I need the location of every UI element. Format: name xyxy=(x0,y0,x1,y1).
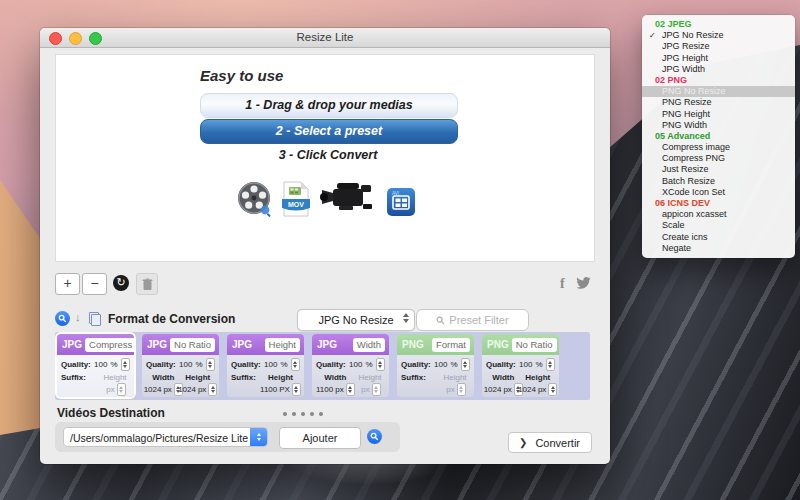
menu-item-label: Compress PNG xyxy=(662,153,725,163)
menu-item-label: JPG Resize xyxy=(662,41,710,51)
page-dot[interactable] xyxy=(292,412,296,416)
menu-item[interactable]: 02 JPEG xyxy=(642,19,795,30)
menu-item-label: PNG Width xyxy=(662,120,707,130)
duplicate-preset-icon[interactable] xyxy=(89,312,100,324)
video-camera-icon xyxy=(319,177,377,221)
preset-card-body: Quality: 100 % Suffix:Heightpx xyxy=(57,355,134,396)
preset-field: Heightpx xyxy=(100,373,130,396)
menu-item-label: XCode Icon Set xyxy=(662,187,725,197)
search-presets-icon[interactable] xyxy=(55,311,70,326)
field-stepper[interactable] xyxy=(117,383,126,396)
quality-stepper[interactable] xyxy=(291,358,300,371)
step-3-text: 3 - Click Convert xyxy=(200,148,456,162)
preset-category-dropdown[interactable]: JPG No Resize xyxy=(297,309,415,331)
quality-unit: % xyxy=(366,360,373,369)
preset-card-body: Quality: 100 % Width1024pxHeight1024px xyxy=(482,355,559,396)
facebook-icon[interactable]: f xyxy=(560,276,565,292)
convert-circle-icon[interactable]: ↻ xyxy=(113,275,129,291)
quality-stepper[interactable] xyxy=(461,358,470,371)
menu-item-label: JPG No Resize xyxy=(662,30,724,40)
preset-name-badge: Height xyxy=(265,338,300,352)
preset-name-badge: Format xyxy=(432,338,470,352)
page-dot[interactable] xyxy=(283,412,287,416)
menu-item-label: Compress image xyxy=(662,142,730,152)
page-dot[interactable] xyxy=(310,412,314,416)
menu-item[interactable]: JPG Resize xyxy=(642,41,795,52)
preset-card[interactable]: PNG Format Quality: 100 % Suffix:Heightp… xyxy=(397,334,474,397)
menu-item-label: 02 JPEG xyxy=(655,19,692,29)
social-links: f xyxy=(560,275,591,293)
menu-item[interactable]: PNG Resize xyxy=(642,97,795,108)
title-bar[interactable]: Resize Lite xyxy=(40,28,610,48)
menu-item[interactable]: JPG Height xyxy=(642,53,795,64)
reveal-destination-icon[interactable] xyxy=(367,429,382,444)
preset-field-label: Suffix: xyxy=(231,373,261,382)
menu-item[interactable]: Compress image xyxy=(642,142,795,153)
add-destination-button[interactable]: Ajouter xyxy=(279,427,361,449)
menu-item-label: 02 PNG xyxy=(655,75,687,85)
menu-item-label: appicon xcasset xyxy=(662,209,727,219)
twitter-icon[interactable] xyxy=(576,275,591,293)
menu-item[interactable]: XCode Icon Set xyxy=(642,187,795,198)
preset-card-body: Quality: 100 % Suffix:Heightpx xyxy=(397,355,474,396)
page-dot[interactable] xyxy=(319,412,323,416)
menu-item[interactable]: Batch Resize xyxy=(642,176,795,187)
preset-card[interactable]: JPG No Ratio Quality: 100 % Width1024pxH… xyxy=(142,334,219,397)
zoom-button[interactable] xyxy=(89,32,102,45)
preset-name-badge: No Ratio xyxy=(512,338,557,352)
preset-field: Width1024px xyxy=(486,373,521,396)
menu-item[interactable]: appicon xcasset xyxy=(642,209,795,220)
convert-button[interactable]: ❯ Convertir xyxy=(508,432,592,453)
page-dot[interactable] xyxy=(301,412,305,416)
app-window: Resize Lite Easy to use 1 - Drag & drop … xyxy=(40,28,610,464)
add-preset-button[interactable]: + xyxy=(55,273,80,295)
remove-preset-button[interactable]: − xyxy=(82,273,107,295)
menu-item[interactable]: PNG Height xyxy=(642,109,795,120)
preset-format-badge: JPG xyxy=(315,339,337,350)
field-stepper[interactable] xyxy=(208,383,217,396)
destination-path-dropdown[interactable]: /Users/ommalago/Pictures/Resize Lite xyxy=(63,427,268,447)
menu-item[interactable]: 02 PNG xyxy=(642,75,795,86)
preset-field-label: Suffix: xyxy=(401,373,431,382)
preset-card[interactable]: JPG Compress Quality: 100 % Suffix:Heigh… xyxy=(57,334,134,397)
download-preset-icon[interactable]: ↓ xyxy=(75,311,81,323)
menu-item[interactable]: Compress PNG xyxy=(642,153,795,164)
close-button[interactable] xyxy=(49,32,62,45)
menu-item[interactable]: JPG Width xyxy=(642,64,795,75)
preset-card[interactable]: JPG Width Quality: 100 % Width1100pxHeig… xyxy=(312,334,389,397)
checkmark-icon: ✓ xyxy=(649,30,656,41)
menu-item[interactable]: Just Resize xyxy=(642,164,795,175)
quality-stepper[interactable] xyxy=(206,358,215,371)
menu-item[interactable]: Create icns xyxy=(642,232,795,243)
menu-item[interactable]: 06 ICNS DEV xyxy=(642,198,795,209)
quality-stepper[interactable] xyxy=(121,358,130,371)
preset-field: Suffix: xyxy=(231,373,261,396)
menu-item-label: Negate xyxy=(662,243,691,253)
film-reel-icon xyxy=(235,179,273,221)
menu-item[interactable]: PNG No Resize xyxy=(642,86,795,97)
trash-icon[interactable] xyxy=(136,273,158,295)
field-stepper[interactable] xyxy=(292,383,301,396)
quality-stepper[interactable] xyxy=(546,358,555,371)
menu-item[interactable]: PNG Width xyxy=(642,120,795,131)
field-stepper[interactable] xyxy=(372,383,381,396)
minimize-button[interactable] xyxy=(69,32,82,45)
menu-item[interactable]: Negate xyxy=(642,243,795,254)
menu-item[interactable]: ✓ JPG No Resize xyxy=(642,30,795,41)
quality-stepper[interactable] xyxy=(376,358,385,371)
preset-category-value: JPG No Resize xyxy=(318,314,393,326)
field-stepper[interactable] xyxy=(548,383,557,396)
desktop: Resize Lite Easy to use 1 - Drag & drop … xyxy=(0,0,800,500)
menu-item[interactable]: 05 Advanced xyxy=(642,131,795,142)
field-stepper[interactable] xyxy=(457,383,466,396)
drop-zone-panel[interactable]: Easy to use 1 - Drag & drop your medias … xyxy=(55,54,595,262)
preset-field: Height1100PX xyxy=(261,373,300,396)
menu-item[interactable]: Scale xyxy=(642,220,795,231)
menu-item-label: Create icns xyxy=(662,232,708,242)
preset-card-header: JPG Compress xyxy=(57,334,134,355)
field-stepper[interactable] xyxy=(346,383,355,396)
preset-card[interactable]: PNG No Ratio Quality: 100 % Width1024pxH… xyxy=(482,334,559,397)
preset-card[interactable]: JPG Height Quality: 100 % Suffix:Height1… xyxy=(227,334,304,397)
preset-field-label: Width xyxy=(316,373,355,382)
preset-filter-field[interactable]: Preset Filter xyxy=(416,309,529,331)
